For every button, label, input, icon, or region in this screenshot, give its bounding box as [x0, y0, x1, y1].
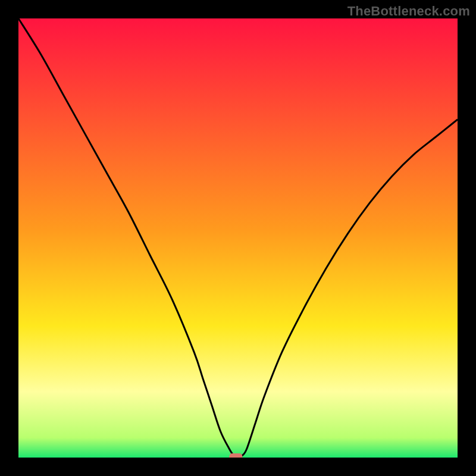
gradient-background	[18, 18, 458, 458]
watermark-text: TheBottleneck.com	[347, 4, 470, 19]
chart-svg	[18, 18, 458, 458]
minimum-marker	[229, 453, 242, 458]
chart-frame: TheBottleneck.com	[0, 0, 476, 476]
plot-area	[18, 18, 458, 458]
